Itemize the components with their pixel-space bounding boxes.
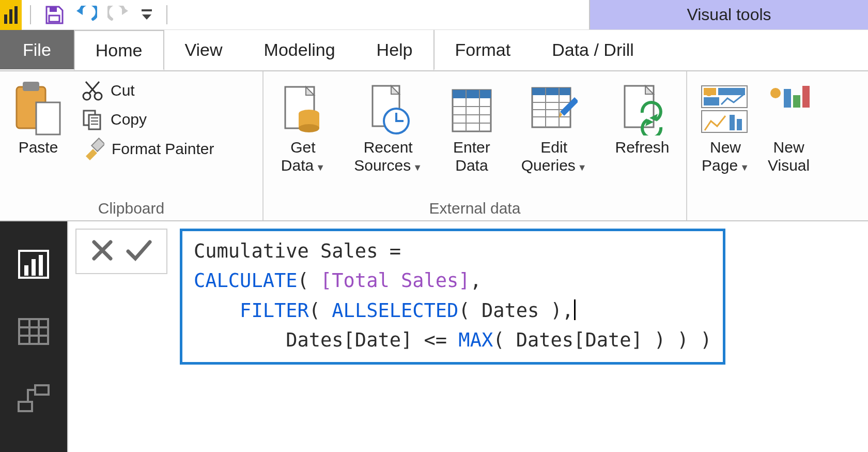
formula-bar[interactable]: Cumulative Sales = CALCULATE( [Total Sal… [180,229,725,365]
enter-data-icon [451,88,493,135]
paste-label: Paste [19,139,58,157]
contextual-tab-group-label: Visual tools [687,5,771,24]
nav-model[interactable] [11,376,56,421]
ribbon-tabs: File Home View Modeling Help Format Data… [0,30,868,70]
x-icon [91,239,114,262]
svg-rect-34 [784,89,791,108]
main-area: Cumulative Sales = CALCULATE( [Total Sal… [67,221,868,452]
nav-report[interactable] [11,242,56,287]
format-painter-label: Format Painter [112,140,214,158]
svg-rect-43 [19,402,32,411]
tab-file[interactable]: File [0,30,74,70]
enter-data-button[interactable]: EnterData [447,77,496,176]
cut-label: Cut [111,82,135,99]
new-page-button[interactable]: NewPage▼ [698,77,753,176]
bar-chart-icon [18,250,49,279]
svg-point-29 [706,90,712,96]
paintbrush-icon [82,138,104,160]
svg-point-17 [299,124,319,132]
svg-rect-38 [24,265,28,276]
svg-rect-8 [36,102,60,134]
svg-rect-0 [4,14,7,24]
chevron-down-icon: ▼ [578,162,587,173]
qat-separator [30,5,31,24]
edit-queries-button[interactable]: EditQueries▼ [518,77,590,176]
formula-line: FILTER( ALLSELECTED( Dates ), [194,296,711,325]
title-bar: Visual tools [0,0,868,30]
svg-rect-13 [91,138,104,151]
app-logo-icon [0,0,22,30]
tab-help[interactable]: Help [356,30,433,70]
svg-rect-41 [19,319,48,344]
copy-label: Copy [111,111,147,128]
save-icon [44,5,64,25]
svg-rect-2 [14,6,18,24]
undo-arrow-icon [74,6,97,24]
refresh-label: Refresh [615,139,669,157]
formula-line: Cumulative Sales = [194,236,711,266]
new-page-icon [701,85,750,135]
cancel-formula-button[interactable] [91,239,114,264]
formula-line: CALCULATE( [Total Sales], [194,266,711,295]
ribbon-group-insert: NewPage▼ NewVisual [687,71,868,220]
get-data-icon [280,84,326,135]
svg-rect-32 [737,119,742,130]
recent-sources-icon [365,84,411,135]
paste-button[interactable]: Paste [10,77,66,159]
report-canvas[interactable] [86,376,868,452]
svg-rect-28 [704,97,719,106]
svg-rect-12 [89,115,100,129]
customize-qat-button[interactable] [135,0,158,29]
copy-button[interactable]: Copy [82,109,214,130]
cut-button[interactable]: Cut [82,80,214,101]
chevron-down-icon: ▼ [740,162,749,173]
ribbon-group-label: Clipboard [10,198,252,220]
svg-rect-5 [142,9,152,11]
nav-rail [0,221,67,452]
formula-bar-controls [75,229,167,274]
nav-data[interactable] [11,309,56,354]
svg-rect-27 [718,88,745,95]
get-data-button[interactable]: GetData▼ [277,77,329,176]
tab-home[interactable]: Home [74,30,164,70]
chevron-down-icon [141,7,153,23]
ribbon-body: Paste Cut Copy [0,70,868,221]
refresh-button[interactable]: Refresh [612,77,672,159]
chevron-down-icon: ▼ [413,162,422,173]
new-visual-button[interactable]: NewVisual [765,77,813,176]
svg-rect-1 [9,9,12,24]
commit-formula-button[interactable] [126,239,152,264]
formula-line: Dates[Date] <= MAX( Dates[Date] ) ) ) [194,325,711,355]
contextual-tab-group-header: Visual tools [589,0,868,29]
svg-rect-40 [39,255,43,276]
qat-separator [166,5,167,24]
svg-rect-3 [50,7,57,12]
svg-rect-21 [453,90,491,98]
undo-button[interactable] [69,0,102,29]
svg-rect-35 [793,95,800,108]
new-visual-icon [768,86,810,135]
recent-sources-button[interactable]: RecentSources▼ [351,77,425,176]
svg-rect-23 [532,88,570,95]
svg-rect-36 [802,86,810,108]
svg-rect-39 [32,259,36,276]
svg-rect-42 [35,385,49,395]
table-icon [18,318,49,345]
tab-format[interactable]: Format [433,30,532,70]
save-button[interactable] [39,0,69,29]
refresh-icon [618,84,666,135]
tab-modeling[interactable]: Modeling [243,30,356,70]
tab-data-drill[interactable]: Data / Drill [531,30,655,70]
check-icon [126,239,152,262]
workspace: Cumulative Sales = CALCULATE( [Total Sal… [0,221,868,452]
ribbon-group-label: External data [274,198,676,220]
svg-rect-31 [730,115,735,130]
svg-rect-7 [23,82,39,91]
ribbon-group-external-data: GetData▼ RecentSources▼ [264,71,687,220]
chevron-down-icon: ▼ [316,162,325,173]
ribbon-group-label [698,198,858,220]
redo-button[interactable] [102,0,135,29]
ribbon-group-clipboard: Paste Cut Copy [0,71,264,220]
tab-view[interactable]: View [164,30,243,70]
format-painter-button[interactable]: Format Painter [82,138,214,160]
